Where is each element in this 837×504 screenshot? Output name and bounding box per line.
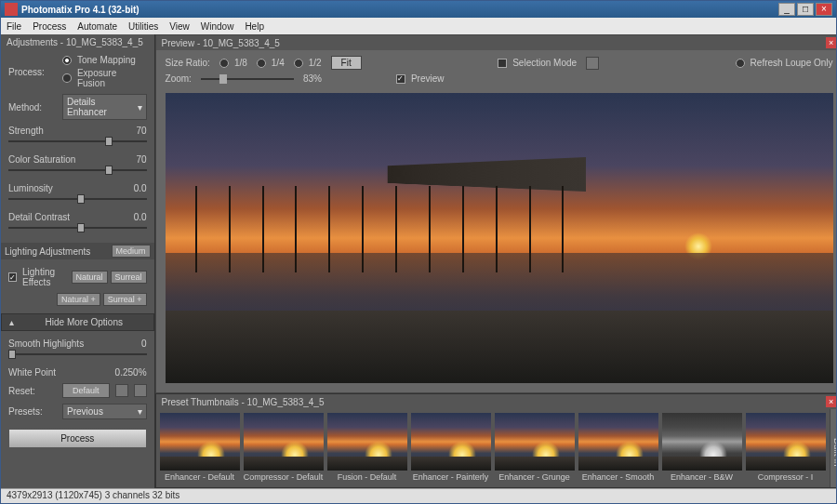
menu-view[interactable]: View xyxy=(169,21,190,32)
zoom-slider[interactable] xyxy=(201,76,294,82)
luminosity-label: Luminosity xyxy=(8,183,53,193)
presets-label: Presets: xyxy=(8,406,57,417)
statusbar: 4379x2913 (1120x745) 3 channels 32 bits xyxy=(1,488,836,503)
preview-checkbox[interactable]: ✓ xyxy=(396,74,405,84)
zoom-percent: 83% xyxy=(303,73,322,84)
refresh-loupe-label: Refresh Loupe Only xyxy=(751,58,833,68)
lighting-natural-plus-button[interactable]: Natural + xyxy=(57,293,100,306)
size-ratio-label: Size Ratio: xyxy=(166,58,210,68)
selection-mode-checkbox[interactable] xyxy=(498,59,507,68)
builtin-tab[interactable]: Built-in xyxy=(830,409,836,487)
thumbnail-label: Compressor - I xyxy=(746,471,826,484)
preview-title: Preview - 10_MG_5383_4_5 × xyxy=(156,35,836,50)
lighting-section-header: Lighting Adjustments Medium xyxy=(1,243,154,259)
window-title: Photomatix Pro 4.1 (32-bit) xyxy=(21,5,778,15)
preview-image[interactable] xyxy=(166,93,833,383)
preset-thumbnail[interactable]: Enhancer - B&W xyxy=(662,413,742,484)
chevron-up-icon: ▴ xyxy=(5,317,18,327)
thumbnails-close-button[interactable]: × xyxy=(826,396,836,407)
lighting-surreal-button[interactable]: Surreal xyxy=(111,271,147,284)
saturation-slider[interactable] xyxy=(8,166,147,174)
selection-mode-label: Selection Mode xyxy=(512,58,577,68)
adjustments-title-text: Adjustments - 10_MG_5383_4_5 xyxy=(7,37,143,47)
preset-thumbnail[interactable]: Fusion - Default xyxy=(327,413,407,484)
lighting-effects-label: Lighting Effects xyxy=(22,267,66,287)
thumbnail-label: Enhancer - Grunge xyxy=(495,471,575,484)
close-button[interactable]: × xyxy=(816,3,832,16)
size-1-4-radio[interactable]: 1/4 xyxy=(257,58,285,68)
saturation-label: Color Saturation xyxy=(8,154,75,165)
method-select[interactable]: Details Enhancer▾ xyxy=(62,94,147,120)
preset-thumbnail[interactable]: Enhancer - Painterly xyxy=(411,413,491,484)
smooth-highlights-value: 0 xyxy=(141,338,147,349)
menu-utilities[interactable]: Utilities xyxy=(128,21,158,32)
menubar: File Process Automate Utilities View Win… xyxy=(1,18,836,34)
preset-thumbnail[interactable]: Compressor - Default xyxy=(244,413,324,484)
saturation-value: 70 xyxy=(136,154,146,165)
luminosity-value: 0.0 xyxy=(134,183,147,193)
reset-label: Reset: xyxy=(8,386,57,396)
chevron-down-icon: ▾ xyxy=(138,102,142,113)
preset-thumbnail[interactable]: Compressor - I xyxy=(746,413,826,484)
preview-panel: Preview - 10_MG_5383_4_5 × Size Ratio: 1… xyxy=(155,34,836,393)
selection-icon[interactable] xyxy=(586,57,599,70)
menu-automate[interactable]: Automate xyxy=(77,21,117,32)
fit-button[interactable]: Fit xyxy=(331,56,362,70)
undo-icon[interactable] xyxy=(115,384,128,397)
luminosity-slider[interactable] xyxy=(8,195,147,203)
process-label: Process: xyxy=(8,67,57,77)
process-button[interactable]: Process xyxy=(8,429,147,448)
minimize-button[interactable]: _ xyxy=(778,3,795,16)
smooth-highlights-label: Smooth Highlights xyxy=(8,338,84,349)
menu-process[interactable]: Process xyxy=(33,21,66,32)
white-point-value: 0.250% xyxy=(115,367,147,378)
preset-thumbnail[interactable]: Enhancer - Smooth xyxy=(578,413,658,484)
hide-more-options-button[interactable]: ▴Hide More Options xyxy=(1,313,154,331)
lighting-natural-button[interactable]: Natural xyxy=(72,271,108,284)
preset-thumbnail[interactable]: Enhancer - Grunge xyxy=(495,413,575,484)
refresh-loupe-radio[interactable] xyxy=(736,59,745,68)
preset-thumbnails-title: Preset Thumbnails - 10_MG_5383_4_5 × xyxy=(156,394,836,409)
thumbnail-label: Enhancer - B&W xyxy=(662,471,742,484)
detail-contrast-value: 0.0 xyxy=(134,212,147,222)
lighting-medium-button[interactable]: Medium xyxy=(112,245,151,258)
adjustments-panel: Adjustments - 10_MG_5383_4_5 Process: To… xyxy=(1,34,155,488)
radio-tone-mapping[interactable]: Tone Mapping xyxy=(62,55,147,65)
preset-thumbnail[interactable]: Enhancer - Default xyxy=(160,413,240,484)
thumbnail-label: Fusion - Default xyxy=(327,471,407,484)
preview-checkbox-label: Preview xyxy=(411,73,445,84)
menu-window[interactable]: Window xyxy=(201,21,234,32)
adjustments-title: Adjustments - 10_MG_5383_4_5 xyxy=(1,34,154,49)
method-label: Method: xyxy=(8,102,57,113)
app-icon xyxy=(5,3,18,16)
thumbnail-label: Enhancer - Default xyxy=(160,471,240,484)
thumbnail-label: Enhancer - Smooth xyxy=(578,471,658,484)
menu-help[interactable]: Help xyxy=(245,21,264,32)
reset-default-button[interactable]: Default xyxy=(62,383,110,398)
strength-value: 70 xyxy=(136,126,146,136)
lighting-surreal-plus-button[interactable]: Surreal + xyxy=(103,293,147,306)
preset-thumbnails-panel: Preset Thumbnails - 10_MG_5383_4_5 × Enh… xyxy=(155,393,836,488)
menu-file[interactable]: File xyxy=(7,21,21,32)
thumbnail-label: Enhancer - Painterly xyxy=(411,471,491,484)
maximize-button[interactable]: □ xyxy=(797,3,814,16)
white-point-label: White Point xyxy=(8,367,56,378)
size-1-2-radio[interactable]: 1/2 xyxy=(294,58,322,68)
titlebar: Photomatix Pro 4.1 (32-bit) _ □ × xyxy=(1,1,836,18)
smooth-highlights-slider[interactable] xyxy=(8,351,147,358)
strength-slider[interactable] xyxy=(8,138,147,145)
chevron-down-icon: ▾ xyxy=(138,406,142,417)
detail-contrast-slider[interactable] xyxy=(8,224,147,232)
zoom-label: Zoom: xyxy=(166,73,192,84)
strength-label: Strength xyxy=(8,126,44,136)
redo-icon[interactable] xyxy=(134,384,147,397)
lighting-effects-checkbox[interactable]: ✓ xyxy=(8,272,17,282)
radio-exposure-fusion[interactable]: Exposure Fusion xyxy=(62,68,147,88)
thumbnail-label: Compressor - Default xyxy=(244,471,324,484)
presets-select[interactable]: Previous▾ xyxy=(62,404,147,419)
size-1-8-radio[interactable]: 1/8 xyxy=(219,58,247,68)
preview-close-button[interactable]: × xyxy=(826,37,836,48)
detail-contrast-label: Detail Contrast xyxy=(8,212,70,222)
